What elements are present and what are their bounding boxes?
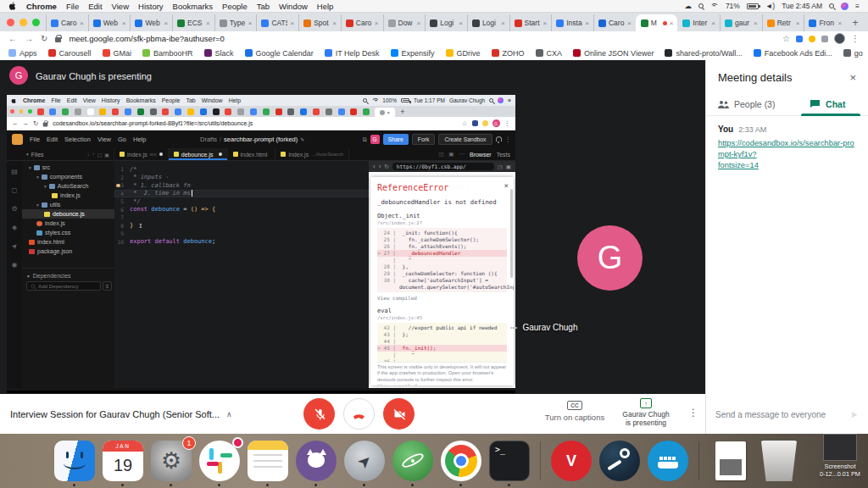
bookmark-item[interactable]: Google Calendar bbox=[245, 49, 314, 58]
profile-avatar[interactable] bbox=[834, 33, 845, 44]
chrome-menu-icon[interactable]: ⋮ bbox=[851, 34, 860, 43]
dock-trash[interactable] bbox=[759, 441, 799, 481]
dock-atom[interactable] bbox=[392, 441, 433, 481]
extension-icon[interactable] bbox=[809, 36, 815, 42]
dock-steam[interactable] bbox=[599, 441, 640, 481]
send-icon[interactable]: ➤ bbox=[850, 409, 858, 420]
dock-chrome[interactable] bbox=[441, 441, 481, 481]
tab-close-icon[interactable]: × bbox=[290, 19, 294, 27]
bookmark-item[interactable]: Slack bbox=[204, 49, 234, 58]
dock-slack[interactable] bbox=[199, 441, 240, 481]
status-orb-icon[interactable] bbox=[698, 3, 704, 8]
browser-tab[interactable]: Retr × bbox=[762, 14, 804, 31]
tab-close-icon[interactable]: × bbox=[375, 19, 379, 27]
dock-notes[interactable] bbox=[248, 441, 288, 481]
browser-tab[interactable]: M × bbox=[636, 14, 678, 31]
tab-close-icon[interactable]: × bbox=[543, 19, 548, 27]
wifi-icon[interactable] bbox=[710, 3, 719, 9]
bookmark-item[interactable]: BambooHR bbox=[142, 49, 193, 58]
bookmark-item[interactable]: Expensify bbox=[391, 49, 435, 58]
meeting-title[interactable]: Interview Session for Gaurav Chugh (Seni… bbox=[10, 394, 232, 434]
spotlight-icon[interactable] bbox=[829, 3, 834, 8]
browser-tab[interactable]: Caro × bbox=[46, 14, 88, 31]
menubar-menu-item[interactable]: People bbox=[222, 2, 248, 11]
menubar-menu-item[interactable]: Window bbox=[279, 2, 308, 11]
tab-close-icon[interactable]: × bbox=[501, 19, 505, 27]
menubar-menu-item[interactable]: Bookmarks bbox=[173, 2, 214, 11]
bookmark-item[interactable]: ZOHO bbox=[492, 49, 525, 58]
menubar-clock[interactable]: Tue 2:45 AM bbox=[782, 2, 822, 10]
extension-icon[interactable] bbox=[796, 36, 803, 42]
dock-docker[interactable] bbox=[648, 441, 688, 481]
reload-icon[interactable]: ↻ bbox=[41, 34, 47, 43]
mic-off-button[interactable] bbox=[303, 398, 335, 430]
apple-menu-icon[interactable] bbox=[8, 2, 17, 10]
dock-github[interactable] bbox=[296, 441, 337, 481]
address-bar[interactable]: meet.google.com/sfk-pbma-ibe?authuser=0 bbox=[69, 34, 225, 43]
browser-tab[interactable]: Spot × bbox=[298, 14, 341, 31]
browser-tab[interactable]: Insta × bbox=[551, 14, 593, 31]
menubar-menu-item[interactable]: View bbox=[112, 2, 129, 11]
dock-document[interactable] bbox=[710, 441, 751, 481]
browser-tab[interactable]: Caro × bbox=[593, 14, 636, 31]
minimize-window-button[interactable] bbox=[19, 19, 27, 26]
dock-terminal[interactable]: >_ bbox=[489, 441, 530, 481]
bookmark-item[interactable]: Apps bbox=[8, 49, 37, 58]
new-tab-button[interactable]: + bbox=[846, 14, 865, 31]
chat-link[interactable]: https://codesandbox.io/s/searchbar-promp… bbox=[718, 138, 856, 160]
back-icon[interactable]: ← bbox=[8, 34, 17, 43]
browser-tab[interactable]: gaur × bbox=[720, 14, 762, 31]
tab-close-icon[interactable]: × bbox=[837, 19, 842, 27]
tab-close-icon[interactable]: × bbox=[164, 19, 168, 27]
bookmark-item[interactable]: IT Help Desk bbox=[325, 49, 380, 58]
browser-tab[interactable]: Inter × bbox=[677, 14, 720, 31]
bookmark-star-icon[interactable]: ☆ bbox=[782, 34, 790, 43]
bookmark-item[interactable]: GMai bbox=[103, 49, 132, 58]
volume-icon[interactable]: ◄) bbox=[765, 2, 775, 10]
bookmark-item[interactable]: CXA bbox=[536, 49, 563, 58]
tab-close-icon[interactable]: × bbox=[459, 19, 463, 27]
notification-center-icon[interactable]: ≡ bbox=[855, 2, 860, 10]
tab-close-icon[interactable]: × bbox=[122, 19, 126, 27]
browser-tab[interactable]: ECS × bbox=[172, 14, 214, 31]
tab-close-icon[interactable]: × bbox=[627, 19, 632, 27]
cloud-icon[interactable]: ☁ bbox=[684, 2, 692, 10]
close-panel-icon[interactable]: × bbox=[849, 71, 856, 84]
menubar-app-name[interactable]: Chrome bbox=[26, 2, 57, 11]
tab-chat[interactable]: Chat bbox=[787, 92, 868, 115]
chat-link[interactable]: fontsize=14 bbox=[718, 160, 856, 171]
bookmark-item[interactable]: Online JSON Viewer bbox=[573, 49, 654, 58]
bookmark-item[interactable]: go bbox=[843, 49, 863, 58]
tab-close-icon[interactable]: × bbox=[754, 19, 758, 27]
browser-tab[interactable]: Logi × bbox=[425, 14, 467, 31]
menubar-menu-item[interactable]: Tab bbox=[257, 2, 270, 11]
tile-options-icon[interactable]: ••• bbox=[510, 324, 517, 331]
browser-tab[interactable]: Web × bbox=[88, 14, 131, 31]
camera-off-button[interactable] bbox=[383, 398, 415, 430]
menubar-menu-item[interactable]: History bbox=[138, 2, 164, 11]
dock-launcher[interactable]: ➤ bbox=[344, 441, 385, 481]
dock-calendar[interactable]: JAN19 bbox=[103, 441, 143, 481]
browser-tab[interactable]: Dow × bbox=[383, 14, 426, 31]
tab-close-icon[interactable]: × bbox=[796, 19, 800, 27]
dock-expressvpn[interactable]: V bbox=[551, 441, 592, 481]
tab-close-icon[interactable]: × bbox=[711, 19, 715, 27]
desktop-screenshot-file[interactable]: Screenshot 0-12...0.01 PM bbox=[815, 434, 865, 478]
bookmark-item[interactable]: shared-proto/Wall... bbox=[665, 49, 742, 58]
padlock-icon[interactable] bbox=[55, 37, 61, 42]
tab-close-icon[interactable]: × bbox=[670, 19, 674, 27]
chat-input[interactable]: Send a message to everyone bbox=[715, 410, 826, 419]
tab-close-icon[interactable]: × bbox=[332, 19, 337, 27]
more-options-icon[interactable]: ⋮ bbox=[688, 407, 698, 419]
dock-system-preferences[interactable]: ⚙1 bbox=[151, 441, 192, 481]
tab-close-icon[interactable]: × bbox=[248, 19, 253, 27]
extension-icon[interactable] bbox=[821, 36, 828, 42]
menubar-menu-item[interactable]: Edit bbox=[88, 2, 102, 11]
tab-close-icon[interactable]: × bbox=[585, 19, 589, 27]
dock-finder[interactable] bbox=[54, 441, 95, 481]
tab-people[interactable]: People (3) bbox=[706, 92, 787, 115]
browser-tab[interactable]: Logi × bbox=[467, 14, 509, 31]
browser-tab[interactable]: CATS × bbox=[256, 14, 298, 31]
browser-tab[interactable]: Caro × bbox=[341, 14, 383, 31]
browser-tab[interactable]: Start × bbox=[509, 14, 552, 31]
